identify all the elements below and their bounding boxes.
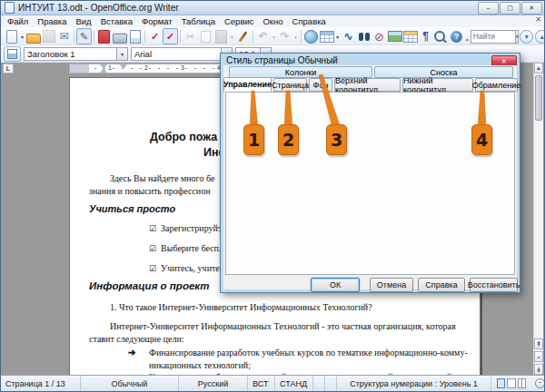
doc-heading-line1: Добро пожа <box>150 131 217 143</box>
left-indent-marker[interactable] <box>100 64 107 73</box>
toolbar-overflow-icon[interactable]: • <box>466 35 469 44</box>
book-view-icon[interactable] <box>518 378 526 388</box>
paragraph-style-combo[interactable]: Заголовок 1 ▾ <box>24 47 128 61</box>
find-input[interactable] <box>471 30 516 44</box>
export-pdf-button[interactable] <box>96 28 112 44</box>
page-navigation-icon[interactable]: • <box>534 351 543 362</box>
status-insert-mode[interactable]: ВСТ <box>248 376 275 391</box>
binoculars-icon <box>359 33 363 41</box>
multi-page-view-icon[interactable] <box>507 378 515 388</box>
open-folder-icon <box>26 34 41 44</box>
menu-view[interactable]: Вид <box>71 16 95 26</box>
tab-organizer[interactable]: Управление <box>223 77 272 92</box>
next-page-icon[interactable]: ↡ <box>534 364 543 375</box>
paste-dropdown-caret-icon[interactable]: ▾ <box>229 34 235 40</box>
style-caret-icon[interactable]: ▾ <box>116 48 127 60</box>
menu-file[interactable]: Файл <box>3 16 33 26</box>
status-language[interactable]: Русский <box>179 376 248 391</box>
help-icon: ? <box>451 31 462 43</box>
single-page-view-icon[interactable] <box>497 378 505 388</box>
styles-window-button[interactable] <box>4 46 21 62</box>
cut-button[interactable]: ✂ <box>183 28 198 44</box>
hyperlink-button[interactable] <box>303 28 319 44</box>
insert-table-button[interactable] <box>319 28 334 44</box>
find-next-icon: ▼ <box>520 30 533 44</box>
scrollbar-thumb[interactable] <box>535 75 542 121</box>
toolbar-separator <box>180 30 181 43</box>
ok-button[interactable]: ОК <box>311 278 360 292</box>
toolbar-separator <box>74 30 74 43</box>
vertical-scrollbar[interactable]: ▲ ↟ • ↡ <box>533 63 543 375</box>
minimize-icon[interactable]: – <box>478 2 499 15</box>
print-button[interactable] <box>112 28 127 44</box>
find-previous-button[interactable]: ▲ <box>534 28 545 44</box>
font-name-combo[interactable]: Arial ▾ <box>131 47 233 61</box>
tab-page[interactable]: Страница <box>273 78 307 92</box>
status-page-style[interactable]: Обычный <box>81 376 179 391</box>
edit-mode-button[interactable]: ✎ <box>76 28 92 44</box>
zoom-button[interactable] <box>433 28 449 44</box>
tab-stop-selector[interactable]: L <box>3 64 14 74</box>
new-document-button[interactable] <box>4 28 19 44</box>
close-icon[interactable]: ✕ <box>521 2 542 15</box>
status-outline-level[interactable]: Структура нумерации : Уровень 1 <box>337 376 491 391</box>
callout-3: 3 <box>326 124 347 155</box>
maximize-icon[interactable]: ▢ <box>500 2 520 15</box>
window-title: ИНТУИТ 13.odt - OpenOffice.org Writer <box>18 3 179 13</box>
zoom-out-icon[interactable]: − <box>535 378 545 388</box>
menu-edit[interactable]: Правка <box>33 16 71 26</box>
paintbrush-icon <box>239 31 248 42</box>
table-icon <box>320 31 334 43</box>
doc-bullet-line: Финансирование разработок учебных курсов… <box>149 348 468 358</box>
previous-page-icon[interactable]: ↟ <box>534 338 543 349</box>
undo-button[interactable]: ↶ <box>255 28 271 44</box>
spellcheck-icon: ✓ <box>151 31 159 43</box>
find-replace-button[interactable] <box>356 28 372 44</box>
reset-button[interactable]: Восстановить <box>470 278 518 292</box>
menu-tools[interactable]: Сервис <box>220 16 259 26</box>
scroll-up-icon[interactable]: ▲ <box>534 63 543 74</box>
status-selection-mode[interactable]: СТАНД <box>275 376 313 391</box>
help-button-dialog[interactable]: Справка <box>418 278 465 292</box>
tab-header[interactable]: Верхний колонтитул <box>334 78 401 92</box>
table-dropdown-caret-icon[interactable]: ▾ <box>334 34 341 40</box>
paste-button[interactable] <box>213 28 229 44</box>
email-button[interactable]: ✉ <box>56 28 72 44</box>
indent-marker[interactable] <box>120 64 127 73</box>
cancel-button[interactable]: Отмена <box>370 278 413 292</box>
menu-help[interactable]: Справка <box>288 16 331 26</box>
window-controls: – ▢ ✕ <box>478 2 542 15</box>
page-preview-button[interactable] <box>127 28 143 44</box>
spellcheck-button[interactable]: ✓ <box>147 28 163 44</box>
formatting-marks-button[interactable]: ¶ <box>418 28 433 44</box>
menu-format[interactable]: Формат <box>137 16 177 26</box>
draw-functions-button[interactable]: ∿ <box>341 28 356 44</box>
redo-button[interactable]: ↷ <box>277 28 292 44</box>
doc-checklist-item: ☑Зарегистрируйте <box>149 223 226 233</box>
data-sources-button[interactable] <box>402 28 418 44</box>
autospellcheck-button[interactable]: ✓ <box>163 28 178 44</box>
save-button[interactable] <box>41 28 56 44</box>
help-button[interactable]: ? <box>449 28 464 44</box>
redo-dropdown-caret-icon[interactable]: ▾ <box>292 34 299 40</box>
new-dropdown-caret-icon[interactable]: ▾ <box>19 34 25 40</box>
tab-background[interactable]: Фон <box>309 78 332 92</box>
format-paintbrush-button[interactable] <box>235 28 251 44</box>
ruler-number: 1 <box>107 64 113 71</box>
tab-footer[interactable]: Нижний колонтитул <box>402 78 473 92</box>
copy-button[interactable] <box>198 28 213 44</box>
menu-insert[interactable]: Вставка <box>96 16 137 26</box>
undo-dropdown-caret-icon[interactable]: ▾ <box>271 34 277 40</box>
find-next-button[interactable]: ▼ <box>519 28 534 44</box>
tab-borders[interactable]: Обрамление <box>475 78 518 92</box>
doc-paragraph-line: Здесь Вы найдете много бе <box>110 173 214 183</box>
navigator-button[interactable]: ⊘ <box>372 28 387 44</box>
status-page-number[interactable]: Страница 1 / 13 <box>1 376 81 391</box>
menu-table[interactable]: Таблица <box>177 16 220 26</box>
gallery-button[interactable] <box>387 28 402 44</box>
open-button[interactable] <box>25 28 41 44</box>
menu-window[interactable]: Окно <box>258 16 287 26</box>
callout-2: 2 <box>278 124 299 155</box>
document-close-icon[interactable]: ✕ <box>535 15 541 24</box>
page-style-dialog: Стиль страницы Обычный ✕ Колонки Сноска … <box>220 53 520 293</box>
